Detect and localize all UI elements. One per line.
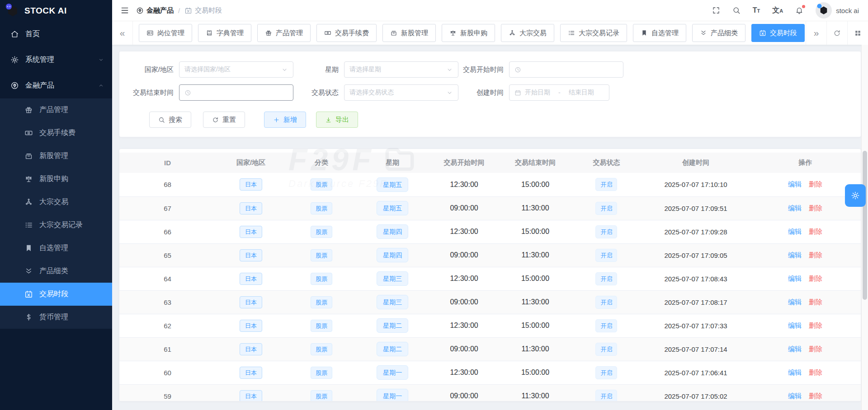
cell-id: 59: [119, 384, 216, 401]
notifications-button[interactable]: [795, 6, 803, 14]
edit-link[interactable]: 编辑: [788, 345, 802, 353]
tab-产品细类[interactable]: 产品细类: [692, 24, 745, 42]
edit-link[interactable]: 编辑: [788, 204, 802, 212]
tab-大宗交易[interactable]: 大宗交易: [501, 24, 554, 42]
edit-link[interactable]: 编辑: [788, 275, 802, 282]
tab-岗位管理[interactable]: 岗位管理: [139, 24, 192, 42]
sidebar-item-交易时段[interactable]: 交易时段: [0, 283, 112, 306]
scrollbar-thumb[interactable]: [863, 151, 867, 300]
country-tag: 日本: [240, 202, 262, 214]
cell-end-time: 15:00:00: [500, 267, 571, 290]
tab-label: 产品细类: [711, 29, 738, 37]
select-国家/地区[interactable]: 请选择国家/地区: [179, 61, 293, 78]
tabs-scroll-right[interactable]: »: [806, 21, 826, 45]
refresh-icon: [833, 29, 841, 37]
column-header: 操作: [750, 153, 861, 173]
sidebar-item-货币管理[interactable]: 货币管理: [0, 306, 112, 329]
scrollbar-track[interactable]: [861, 45, 868, 410]
weekday-tag: 星期五: [377, 177, 408, 192]
新增-button[interactable]: 新增: [264, 112, 306, 128]
sidebar-item-产品管理[interactable]: 产品管理: [0, 98, 112, 121]
导出-button[interactable]: 导出: [316, 112, 358, 128]
edit-link[interactable]: 编辑: [788, 298, 802, 306]
tab-label: 交易时段: [770, 29, 797, 37]
status-tag: 开启: [595, 343, 617, 356]
tab-新股申购[interactable]: 新股申购: [442, 24, 495, 42]
edit-link[interactable]: 编辑: [788, 180, 802, 188]
sidebar-item-label: 系统管理: [25, 55, 54, 65]
tabs-scroll-left[interactable]: «: [112, 21, 133, 45]
diamond-badge-icon: [136, 7, 144, 14]
delete-link[interactable]: 删除: [809, 345, 822, 353]
edit-link[interactable]: 编辑: [788, 392, 802, 400]
tabs-layout-button[interactable]: [847, 21, 868, 45]
重置-button[interactable]: 重置: [203, 112, 245, 128]
tab-字典管理[interactable]: 字典管理: [198, 24, 251, 42]
user-menu[interactable]: stock ai: [816, 2, 859, 19]
time-input-交易开始时间[interactable]: [509, 61, 623, 78]
search-button[interactable]: [732, 6, 741, 14]
sidebar-item-产品细类[interactable]: 产品细类: [0, 260, 112, 283]
sidebar-item-系统管理[interactable]: 系统管理: [0, 47, 112, 73]
delete-link[interactable]: 删除: [809, 321, 822, 329]
select-交易状态[interactable]: 请选择交易状态: [344, 84, 458, 101]
cell-id: 63: [119, 290, 216, 314]
tab-大宗交易记录[interactable]: 大宗交易记录: [560, 24, 627, 42]
sidebar-item-label: 大宗交易: [39, 197, 68, 207]
tab-自选管理[interactable]: 自选管理: [633, 24, 686, 42]
country-tag: 日本: [240, 226, 262, 238]
select-星期[interactable]: 请选择星期: [344, 61, 458, 78]
sidebar-item-大宗交易[interactable]: 大宗交易: [0, 191, 112, 214]
tabs-refresh-button[interactable]: [826, 21, 847, 45]
logo[interactable]: STOCK AI: [0, 0, 112, 21]
tab-交易手续费[interactable]: 交易手续费: [316, 24, 377, 42]
settings-fab-button[interactable]: [845, 184, 866, 207]
breadcrumb-parent[interactable]: 金融产品: [136, 6, 174, 15]
grid-icon: [854, 29, 862, 37]
tab-label: 新股管理: [401, 29, 428, 37]
cell-end-time: 11:30:00: [500, 196, 571, 220]
fullscreen-icon: [712, 6, 720, 14]
category-tag: 股票: [311, 343, 332, 355]
delete-link[interactable]: 删除: [809, 275, 822, 282]
bill-icon: [324, 29, 331, 37]
fullscreen-button[interactable]: [712, 6, 720, 14]
table-card: ID国家/地区分类星期交易开始时间交易结束时间交易状态创建时间操作 68日本股票…: [119, 149, 861, 401]
edit-link[interactable]: 编辑: [788, 368, 802, 376]
delete-link[interactable]: 删除: [809, 298, 822, 306]
sidebar-item-金融产品[interactable]: 金融产品: [0, 73, 112, 98]
delete-link[interactable]: 删除: [809, 204, 822, 212]
sidebar-item-新股申购[interactable]: 新股申购: [0, 168, 112, 191]
delete-link[interactable]: 删除: [809, 368, 822, 376]
chevrons-down-icon: [24, 267, 33, 275]
sidebar-item-交易手续费[interactable]: 交易手续费: [0, 121, 112, 144]
tab-产品管理[interactable]: 产品管理: [257, 24, 311, 42]
country-tag: 日本: [240, 367, 262, 379]
translate-button[interactable]: 文A: [772, 7, 783, 14]
edit-link[interactable]: 编辑: [788, 228, 802, 235]
delete-link[interactable]: 删除: [809, 392, 822, 400]
time-input-交易结束时间[interactable]: [179, 84, 293, 101]
delete-link[interactable]: 删除: [809, 180, 822, 188]
edit-link[interactable]: 编辑: [788, 321, 802, 329]
sidebar-item-新股管理[interactable]: 新股管理: [0, 144, 112, 168]
daterange-input-创建时间[interactable]: 开始日期-结束日期: [509, 84, 609, 101]
font-size-button[interactable]: TT: [753, 7, 760, 14]
tab-新股管理[interactable]: 新股管理: [382, 24, 436, 42]
sidebar-item-label: 自选管理: [39, 243, 68, 253]
搜索-button[interactable]: 搜索: [149, 112, 191, 128]
tab-交易时段[interactable]: 交易时段: [751, 24, 805, 42]
sidebar-item-首页[interactable]: 首页: [0, 21, 112, 47]
status-tag: 开启: [595, 319, 617, 332]
download-icon: [325, 116, 332, 123]
delete-link[interactable]: 删除: [809, 251, 822, 259]
table-row: 61日本股票星期二09:00:0011:30:00开启2025-07-07 17…: [119, 337, 861, 361]
table-row: 63日本股票星期三09:00:0011:30:00开启2025-07-07 17…: [119, 290, 861, 314]
sidebar-item-自选管理[interactable]: 自选管理: [0, 237, 112, 260]
edit-link[interactable]: 编辑: [788, 251, 802, 259]
plus-icon: [273, 116, 280, 123]
sidebar-item-大宗交易记录[interactable]: 大宗交易记录: [0, 214, 112, 237]
cell-id: 62: [119, 314, 216, 337]
delete-link[interactable]: 删除: [809, 228, 822, 235]
collapse-sidebar-icon[interactable]: [120, 6, 129, 15]
